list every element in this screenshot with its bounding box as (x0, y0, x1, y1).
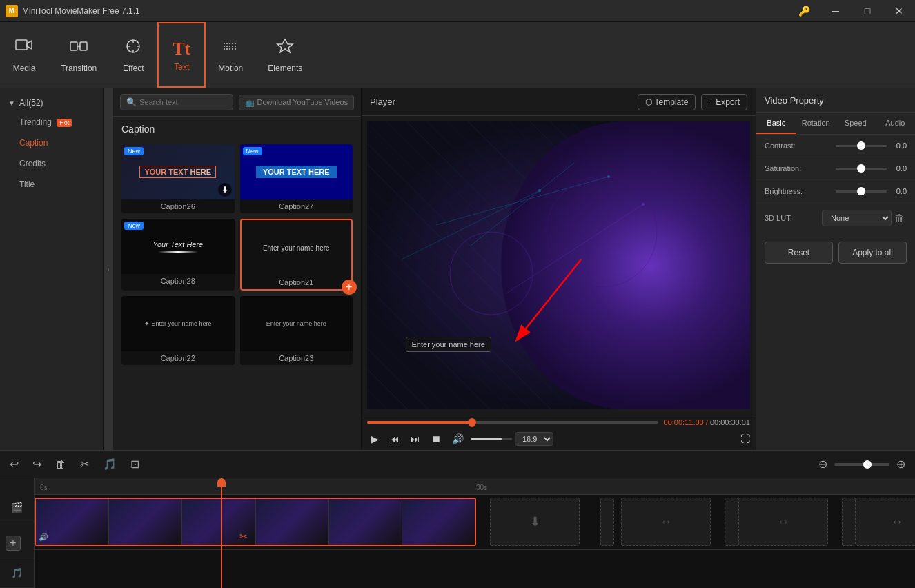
total-time: 00:00:30.01 (710, 418, 750, 427)
audio-button[interactable]: 🎵 (99, 455, 121, 473)
search-input[interactable] (139, 98, 227, 106)
caption-item-28[interactable]: New Your Text Here Caption28 (121, 219, 235, 291)
lut-select[interactable]: None (822, 210, 892, 226)
toolbar-elements[interactable]: Elements (255, 22, 315, 88)
zoom-slider[interactable] (834, 463, 889, 466)
zoom-out-button[interactable]: ⊖ (814, 455, 832, 473)
download-label: Download YouTube Videos (257, 98, 348, 106)
caption-thumb-26: New YOUR TEXT HERE ⬇ (121, 144, 235, 199)
sidebar-item-caption[interactable]: Caption (0, 133, 103, 153)
crop-button[interactable]: ⊡ (126, 455, 144, 473)
apply-all-button[interactable]: Apply to all (838, 242, 907, 264)
playhead[interactable] (221, 478, 222, 588)
prev-button[interactable]: ⏮ (386, 431, 404, 447)
caption-item-27[interactable]: New YOUR TEXT HERE Caption27 (240, 144, 353, 213)
svg-rect-0 (16, 40, 27, 50)
caption-thumb-28: New Your Text Here (121, 219, 235, 274)
credits-label: Credits (19, 159, 46, 168)
download-youtube-btn[interactable]: 📺 Download YouTube Videos (239, 95, 355, 110)
cut-button[interactable]: ✂ (76, 455, 93, 473)
sidebar-item-credits[interactable]: Credits (0, 153, 103, 174)
reset-button[interactable]: Reset (765, 242, 833, 264)
progress-fill (367, 421, 472, 424)
aspect-ratio-select[interactable]: 16:9 9:16 1:1 (515, 432, 553, 446)
timeline-toolbar: ↩ ↪ 🗑 ✂ 🎵 ⊡ ⊖ ⊕ (0, 451, 915, 478)
add-track-button[interactable]: + (6, 536, 21, 551)
toolbar-media[interactable]: Media (0, 22, 48, 88)
caption-name-22: Caption22 (121, 351, 235, 365)
lut-row: 3D LUT: None 🗑 (756, 203, 915, 233)
tab-rotation-label: Rotation (802, 119, 830, 127)
empty-slot-3[interactable]: ↔ (738, 498, 828, 546)
key-button[interactable]: 🔑 (788, 0, 820, 22)
tab-basic[interactable]: Basic (756, 113, 796, 134)
text-label: Text (174, 62, 189, 72)
sidebar-item-trending[interactable]: Trending Hot (0, 112, 103, 133)
sidebar-all-section[interactable]: ▼ All(52) (0, 94, 103, 112)
caption-item-23[interactable]: Enter your name here Caption23 (240, 296, 353, 365)
toolbar-effect[interactable]: Effect (109, 22, 157, 88)
sidebar-item-title[interactable]: Title (0, 174, 103, 195)
tab-speed[interactable]: Speed (836, 113, 876, 134)
current-time: 00:00:11.00 (664, 418, 704, 427)
motion-label: Motion (218, 63, 243, 73)
sidebar-collapse-handle[interactable]: › (104, 88, 113, 450)
svg-point-9 (538, 189, 541, 192)
text-panel: 🔍 📺 Download YouTube Videos Caption New … (113, 88, 362, 450)
svg-line-7 (505, 204, 643, 294)
empty-slot-1[interactable]: ⬇ (490, 498, 580, 546)
player-header: Player ⬡ Template ↑ Export (362, 88, 756, 116)
timeline: ↩ ↪ 🗑 ✂ 🎵 ⊡ ⊖ ⊕ 🎬 + (0, 450, 915, 588)
play-button[interactable]: ▶ (367, 431, 383, 447)
thumb28-line (158, 251, 198, 253)
effect-icon (124, 37, 143, 61)
contrast-thumb (857, 141, 865, 150)
empty-slot-2[interactable]: ↔ (621, 498, 711, 546)
search-box[interactable]: 🔍 (120, 94, 233, 110)
lut-delete-button[interactable]: 🗑 (892, 213, 907, 224)
tab-rotation[interactable]: Rotation (796, 113, 836, 134)
brightness-row: Brightness: 0.0 (756, 180, 915, 203)
media-label: Media (13, 63, 36, 73)
export-button[interactable]: ↑ Export (701, 94, 747, 110)
toolbar-motion[interactable]: Motion (206, 22, 255, 88)
saturation-thumb (857, 164, 865, 173)
add-icon-21[interactable]: + (342, 280, 357, 295)
expand-button[interactable]: ⛶ (740, 433, 750, 444)
stop-button[interactable]: ⏹ (427, 431, 445, 447)
transition-icon (69, 37, 88, 61)
caption-item-26[interactable]: New YOUR TEXT HERE ⬇ Caption26 (121, 144, 235, 213)
maximize-button[interactable]: □ (852, 0, 883, 22)
dl-icon-26: ⬇ (218, 183, 232, 197)
caption-item-21[interactable]: Enter your name here Caption21 + (240, 219, 353, 291)
minimize-button[interactable]: ─ (820, 0, 852, 22)
svg-point-11 (642, 203, 645, 206)
next-button[interactable]: ⏭ (406, 431, 424, 447)
zoom-in-button[interactable]: ⊕ (892, 455, 909, 473)
contrast-value: 0.0 (896, 141, 907, 150)
undo-button[interactable]: ↩ (6, 455, 23, 473)
volume-slider[interactable] (471, 438, 512, 440)
slot-icon-1: ⬇ (530, 514, 540, 529)
collapse-arrow: ▼ (8, 99, 15, 107)
caption-item-22[interactable]: ✦ Enter your name here Caption22 (121, 296, 235, 365)
progress-bar[interactable] (367, 421, 658, 424)
close-button[interactable]: ✕ (883, 0, 915, 22)
brightness-slider[interactable] (836, 190, 887, 193)
saturation-slider[interactable] (836, 168, 887, 170)
caption-thumb-21: Enter your name here (242, 220, 352, 275)
titlebar: M MiniTool MovieMaker Free 7.1.1 🔑 ─ □ ✕ (0, 0, 915, 22)
saturation-value: 0.0 (896, 164, 907, 173)
thumb26-text: YOUR TEXT HERE (139, 166, 216, 178)
toolbar-text[interactable]: Tt Text (157, 22, 206, 88)
video-clip[interactable]: 🔊 ✂ (35, 498, 476, 546)
contrast-slider[interactable] (836, 145, 887, 147)
delete-button[interactable]: 🗑 (51, 455, 70, 473)
toolbar-transition[interactable]: Transition (48, 22, 109, 88)
redo-button[interactable]: ↪ (28, 455, 46, 473)
volume-button[interactable]: 🔊 (448, 431, 468, 447)
empty-slot-4[interactable]: ↔ (856, 498, 915, 546)
slot-divider-2 (725, 498, 738, 546)
tab-audio[interactable]: Audio (876, 113, 916, 134)
template-button[interactable]: ⬡ Template (638, 94, 696, 110)
